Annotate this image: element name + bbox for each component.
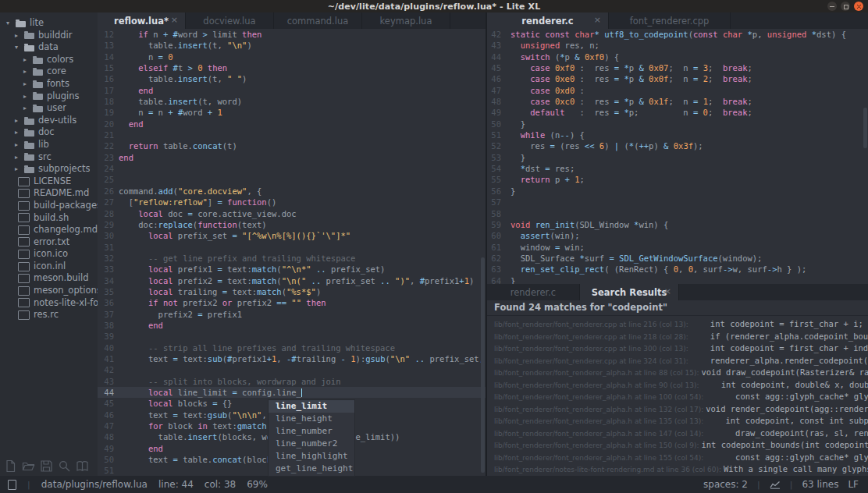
search-result-row[interactable]: lib/font_renderer/font_renderer.cpp at l…: [487, 331, 868, 343]
maximize-button[interactable]: [841, 2, 850, 11]
save-icon[interactable]: [40, 459, 53, 473]
right-editor-scrollbar[interactable]: [863, 108, 867, 148]
line-number: 46: [101, 410, 114, 420]
new-file-icon[interactable]: [4, 459, 17, 473]
tree-item-meson-build[interactable]: meson.build: [0, 272, 98, 285]
code-line: 58: [487, 208, 868, 219]
result-file-path: lib/font_renderer/font_renderer.cpp at l…: [494, 356, 691, 367]
code-line: 43 unsigned res, n;: [487, 40, 868, 51]
tree-item-subprojects[interactable]: ▸subprojects: [0, 163, 98, 176]
status-line[interactable]: line: 44: [158, 479, 194, 490]
search-result-row[interactable]: lib/font_renderer/font_renderer.cpp at l…: [487, 342, 868, 355]
tab-search-results[interactable]: Search Results×: [580, 284, 679, 300]
line-number: 32: [101, 253, 114, 264]
tree-item-dev-utils[interactable]: ▸dev-utils: [0, 115, 98, 127]
tree-item-builddir[interactable]: ▸builddir: [0, 30, 98, 42]
search-result-row[interactable]: lib/font_renderer/notes-lite-font-render…: [487, 463, 868, 476]
tree-item-build-packages-sh[interactable]: build-packages.sh: [0, 200, 98, 212]
line-number: 47: [101, 420, 114, 431]
line-number: 13: [101, 40, 114, 51]
code-text: }: [510, 153, 525, 162]
search-result-row[interactable]: lib/font_renderer/font_renderer.cpp at l…: [487, 355, 868, 367]
chevron-right-icon: ▸: [15, 139, 24, 151]
tree-item-meson-options-txt[interactable]: meson_options.txt: [0, 285, 98, 297]
autocomplete-item[interactable]: line_height: [269, 413, 354, 425]
tree-item-changelog-md[interactable]: changelog.md: [0, 224, 98, 236]
autocomplete-item[interactable]: line_limit: [269, 400, 354, 413]
tree-item-doc[interactable]: ▸doc: [0, 126, 98, 139]
close-button[interactable]: [854, 2, 863, 11]
tree-item-fonts[interactable]: ▸fonts: [0, 78, 98, 90]
tree-item-core[interactable]: ▸core: [0, 66, 98, 78]
autocomplete-item[interactable]: line_highlight: [269, 450, 354, 463]
code-text: case 0xe0 : res = *p & 0x0f; n = 2; brea…: [510, 74, 752, 83]
result-code-snippet: int codepoint = first_char + ind: [691, 342, 868, 355]
tree-item-license[interactable]: LICENSE: [0, 176, 98, 188]
chevron-right-icon: ▸: [23, 102, 33, 115]
minimize-button[interactable]: [827, 2, 837, 11]
tree-item-lite[interactable]: ▾lite: [0, 17, 98, 30]
tree-item-res-rc[interactable]: res.rc: [0, 309, 98, 321]
tab-docview-lua[interactable]: docview.lua: [186, 12, 274, 29]
tree-item-label: dev-utils: [38, 115, 76, 127]
tree-item-colors[interactable]: ▸colors: [0, 54, 98, 66]
status-col[interactable]: col: 38: [205, 479, 236, 490]
code-text: table.insert(t, word): [119, 97, 242, 106]
code-text: assert(win);: [510, 231, 580, 240]
tree-item-data[interactable]: ▾data: [0, 41, 98, 54]
search-result-row[interactable]: lib/font_renderer/font_renderer_alpha.h …: [487, 415, 868, 427]
search-result-row[interactable]: lib/font_renderer/font_renderer_alpha.h …: [487, 379, 868, 392]
title-bar[interactable]: ~/dev/lite/data/plugins/reflow.lua* - Li…: [0, 0, 868, 12]
autocomplete-item[interactable]: line_number: [269, 425, 354, 438]
open-folder-icon[interactable]: [22, 459, 35, 473]
search-result-row[interactable]: lib/font_renderer/font_renderer_alpha.h …: [487, 452, 868, 464]
status-eol-mode[interactable]: LF: [848, 479, 859, 490]
tree-item-notes-lite-xl-for-1-16[interactable]: notes-lite-xl-for-1.16: [0, 297, 98, 310]
tree-item-src[interactable]: ▸src: [0, 151, 98, 164]
status-indent-mode[interactable]: spaces: 2: [703, 479, 748, 490]
result-code-snippet: With a single call many glyphs cor: [724, 463, 868, 476]
line-number: 48: [101, 431, 114, 442]
search-icon[interactable]: [58, 459, 71, 473]
tab-font-renderer-cpp[interactable]: font_renderer.cpp: [609, 12, 731, 29]
search-results-list: lib/font_renderer/font_renderer.cpp at l…: [487, 318, 868, 476]
autocomplete-item[interactable]: line_number2: [269, 438, 354, 450]
tree-item-user[interactable]: ▸user: [0, 102, 98, 115]
tree-item-build-sh[interactable]: build.sh: [0, 212, 98, 225]
tree-item-error-txt[interactable]: error.txt: [0, 236, 98, 249]
close-icon[interactable]: ×: [664, 286, 671, 296]
tab-renderer-c[interactable]: renderer.c×: [487, 12, 609, 29]
tree-item-lib[interactable]: ▸lib: [0, 139, 98, 151]
close-icon[interactable]: ×: [171, 15, 178, 25]
tab-renderer-c[interactable]: renderer.c: [487, 284, 580, 300]
status-scroll-percent: 69%: [247, 479, 268, 490]
search-result-row[interactable]: lib/font_renderer/font_renderer_alpha.h …: [487, 439, 868, 452]
tree-item-plugins[interactable]: ▸plugins: [0, 90, 98, 103]
code-line: 26command.add("core.docview", {: [98, 186, 486, 197]
tree-item-readme-md[interactable]: README.md: [0, 187, 98, 200]
search-result-row[interactable]: lib/font_renderer/font_renderer.cpp at l…: [487, 318, 868, 331]
tree-item-icon-ico[interactable]: icon.ico: [0, 248, 98, 261]
search-result-row[interactable]: lib/font_renderer/font_renderer_alpha.h …: [487, 367, 868, 379]
line-number: 50: [101, 454, 114, 465]
code-line: 29 doc:replace(function(text): [98, 219, 486, 230]
tab-command-lua[interactable]: command.lua: [274, 12, 362, 29]
line-number: 22: [101, 140, 114, 151]
code-text: n = 0: [119, 52, 173, 62]
tab-keymap-lua[interactable]: keymap.lua: [362, 12, 450, 29]
tree-item-icon-inl[interactable]: icon.inl: [0, 261, 98, 273]
left-editor-scrollbar[interactable]: [481, 257, 485, 473]
book-icon[interactable]: [76, 459, 89, 473]
folder-open-icon: [24, 45, 34, 51]
search-result-row[interactable]: lib/font_renderer/font_renderer_alpha.h …: [487, 403, 868, 416]
line-number: 25: [101, 174, 114, 185]
file-icon: [18, 237, 30, 247]
code-area-renderer-c[interactable]: 42static const char* utf8_to_codepoint(c…: [487, 29, 868, 284]
close-icon[interactable]: ×: [594, 15, 601, 25]
autocomplete-item[interactable]: get_line_height: [269, 463, 354, 475]
search-result-row[interactable]: lib/font_renderer/font_renderer_alpha.h …: [487, 391, 868, 403]
search-results-header: Found 24 matches for "codepoint": [487, 300, 868, 316]
tab-reflow-lua[interactable]: reflow.lua*×: [98, 12, 186, 29]
line-number: 12: [101, 29, 114, 40]
search-result-row[interactable]: lib/font_renderer/font_renderer_alpha.h …: [487, 427, 868, 440]
